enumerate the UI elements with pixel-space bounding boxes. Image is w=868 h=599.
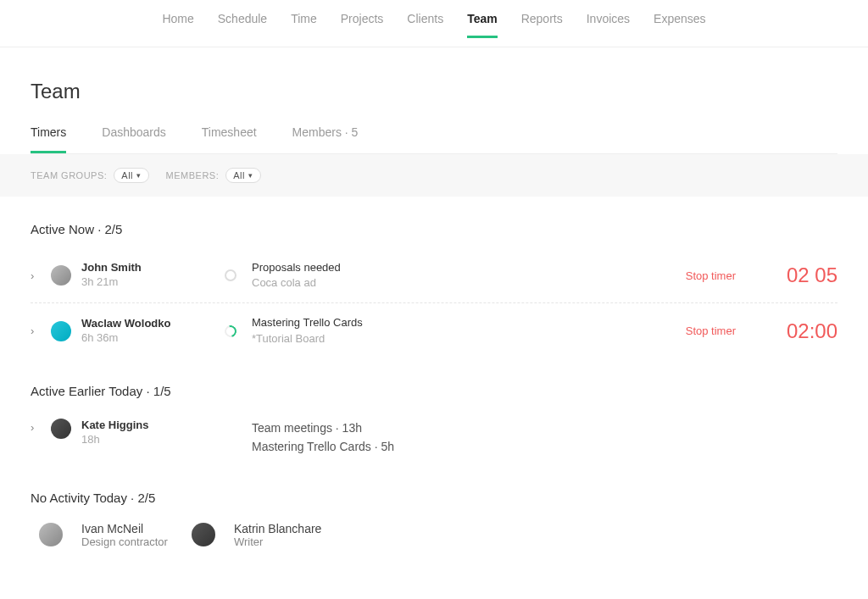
earlier-tasks: Team meetings · 13hMastering Trello Card… bbox=[252, 419, 837, 457]
person-col: John Smith3h 21m bbox=[51, 261, 225, 290]
person-col: Kate Higgins18h bbox=[51, 419, 225, 447]
filter-pill-groups-value: All bbox=[121, 170, 133, 180]
filter-pill-members[interactable]: All ▾ bbox=[225, 168, 260, 183]
task-col: Proposals neededCoca cola ad bbox=[252, 260, 686, 291]
section-no-activity: No Activity Today · 2/5 Ivan McNeilDesig… bbox=[31, 465, 837, 568]
timer-value: 02:00 bbox=[770, 319, 837, 343]
nav-item-time[interactable]: Time bbox=[291, 12, 317, 38]
sub-tab-members[interactable]: Members · 5 bbox=[292, 125, 359, 153]
section-earlier: Active Earlier Today · 1/5 ›Kate Higgins… bbox=[31, 358, 837, 465]
nav-item-reports[interactable]: Reports bbox=[521, 12, 563, 38]
filter-label-groups: TEAM GROUPS: bbox=[31, 170, 107, 180]
sub-tab-dashboards[interactable]: Dashboards bbox=[102, 125, 166, 153]
person-info: Waclaw Wolodko6h 36m bbox=[81, 317, 170, 346]
section-active-now: Active Now · 2/5 ›John Smith3h 21mPropos… bbox=[31, 197, 837, 358]
task-col: Mastering Trello Cards*Tutorial Board bbox=[252, 315, 686, 346]
nav-item-clients[interactable]: Clients bbox=[407, 12, 443, 38]
chevron-down-icon: ▾ bbox=[248, 171, 253, 180]
person-duration: 18h bbox=[81, 433, 148, 447]
filter-pill-groups[interactable]: All ▾ bbox=[114, 168, 148, 183]
sub-tabs: TimersDashboardsTimesheetMembers · 5 bbox=[31, 125, 837, 154]
person-card-name: Ivan McNeil bbox=[81, 522, 168, 535]
task-title: Proposals needed bbox=[252, 260, 686, 275]
chevron-down-icon: ▾ bbox=[136, 171, 142, 180]
section-title-earlier: Active Earlier Today · 1/5 bbox=[31, 384, 837, 398]
section-title-no-activity: No Activity Today · 2/5 bbox=[31, 491, 837, 505]
person-card-role: Design contractor bbox=[81, 535, 168, 548]
task-project: Coca cola ad bbox=[252, 275, 686, 291]
nav-item-schedule[interactable]: Schedule bbox=[218, 12, 267, 38]
page-header: Team TimersDashboardsTimesheetMembers · … bbox=[31, 47, 837, 154]
status-indicator-icon bbox=[225, 269, 236, 281]
person-card: Katrin BlanchareWriter bbox=[192, 522, 322, 548]
stop-timer-button[interactable]: Stop timer bbox=[686, 324, 736, 337]
person-info: Kate Higgins18h bbox=[81, 419, 148, 447]
nav-item-expenses[interactable]: Expenses bbox=[654, 12, 705, 38]
person-card: Ivan McNeilDesign contractor bbox=[39, 522, 168, 548]
expand-icon[interactable]: › bbox=[31, 421, 44, 434]
avatar bbox=[51, 321, 71, 341]
no-activity-people: Ivan McNeilDesign contractorKatrin Blanc… bbox=[31, 517, 837, 568]
filter-label-members: MEMBERS: bbox=[166, 170, 220, 180]
nav-item-home[interactable]: Home bbox=[162, 12, 193, 38]
timer-value: 02 05 bbox=[770, 263, 837, 287]
avatar bbox=[39, 523, 63, 546]
person-duration: 6h 36m bbox=[81, 331, 170, 346]
avatar bbox=[51, 419, 71, 439]
earlier-row: ›Kate Higgins18hTeam meetings · 13hMaste… bbox=[31, 410, 837, 465]
task-project: *Tutorial Board bbox=[252, 331, 686, 347]
stop-timer-button[interactable]: Stop timer bbox=[686, 269, 736, 282]
person-card-role: Writer bbox=[234, 535, 322, 548]
active-row: ›Waclaw Wolodko6h 36mMastering Trello Ca… bbox=[31, 303, 837, 358]
filter-pill-members-value: All bbox=[233, 170, 245, 180]
person-col: Waclaw Wolodko6h 36m bbox=[51, 317, 225, 346]
person-card-name: Katrin Blanchare bbox=[234, 522, 322, 535]
filter-team-groups: TEAM GROUPS: All ▾ bbox=[31, 168, 149, 183]
filters-bar: TEAM GROUPS: All ▾ MEMBERS: All ▾ bbox=[0, 154, 868, 197]
active-row: ›John Smith3h 21mProposals neededCoca co… bbox=[31, 248, 837, 303]
expand-icon[interactable]: › bbox=[31, 324, 44, 337]
avatar bbox=[51, 265, 71, 286]
avatar bbox=[192, 523, 215, 546]
earlier-task-line: Team meetings · 13h bbox=[252, 419, 837, 437]
page: Team TimersDashboardsTimesheetMembers · … bbox=[0, 47, 868, 568]
sub-tab-timesheet[interactable]: Timesheet bbox=[202, 125, 257, 153]
section-title-active-now: Active Now · 2/5 bbox=[31, 222, 837, 236]
nav-item-team[interactable]: Team bbox=[467, 12, 498, 38]
expand-icon[interactable]: › bbox=[31, 269, 44, 282]
person-name: Waclaw Wolodko bbox=[81, 317, 170, 331]
status-indicator-icon bbox=[222, 323, 238, 339]
person-info: John Smith3h 21m bbox=[81, 261, 142, 290]
filter-members: MEMBERS: All ▾ bbox=[166, 168, 261, 183]
earlier-task-line: Mastering Trello Cards · 5h bbox=[252, 437, 837, 456]
nav-item-projects[interactable]: Projects bbox=[341, 12, 384, 38]
top-nav: HomeScheduleTimeProjectsClientsTeamRepor… bbox=[0, 0, 868, 47]
nav-item-invoices[interactable]: Invoices bbox=[587, 12, 630, 38]
task-title: Mastering Trello Cards bbox=[252, 315, 686, 330]
person-name: Kate Higgins bbox=[81, 419, 148, 433]
person-duration: 3h 21m bbox=[81, 275, 142, 290]
person-name: John Smith bbox=[81, 261, 142, 275]
person-card-info: Katrin BlanchareWriter bbox=[234, 522, 322, 548]
sub-tab-timers[interactable]: Timers bbox=[31, 125, 66, 153]
page-title: Team bbox=[31, 80, 837, 103]
person-card-info: Ivan McNeilDesign contractor bbox=[81, 522, 168, 548]
